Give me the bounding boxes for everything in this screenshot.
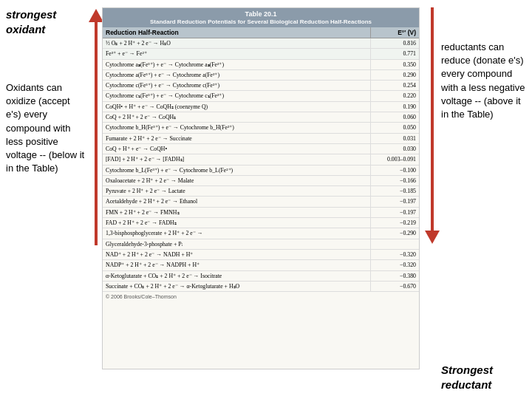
potential-cell: −0.166 [371, 176, 419, 185]
table-row: 1,3-bisphosphoglycerate + 2 H⁺ + 2 e⁻ →−… [103, 228, 419, 239]
arrow-up-line [95, 22, 98, 245]
potential-cell [371, 239, 419, 249]
reaction-cell: Succinate + CO₂ + 2 H⁺ + 2 e⁻ → α-Ketogl… [103, 282, 371, 291]
potential-cell: 0.290 [371, 70, 419, 80]
table-title: Standard Reduction Potentials for Severa… [106, 18, 415, 25]
table-row: FAD + 2 H⁺ + 2 e⁻ → FADH₂−0.219 [103, 218, 419, 228]
table-footer: © 2006 Brooks/Cole–Thomson [103, 292, 419, 301]
table-row: [FAD] + 2 H⁺ + 2 e⁻ → [FADH₂]0.003–0.091 [103, 154, 419, 165]
reaction-cell: ½ O₂ + 2 H⁺ + 2 e⁻ → H₂O [103, 38, 371, 48]
potential-cell: 0.030 [371, 144, 419, 154]
table-row: ½ O₂ + 2 H⁺ + 2 e⁻ → H₂O0.816 [103, 38, 419, 49]
potential-cell: 0.254 [371, 81, 419, 90]
col-header-reaction: Reduction Half-Reaction [103, 27, 371, 38]
table-row: FMN + 2 H⁺ + 2 e⁻ → FMNH₂−0.197 [103, 208, 419, 218]
table-header: Reduction Half-Reaction E°' (V) [103, 27, 419, 38]
arrow-down-line [431, 7, 434, 231]
table-row: CoQ + 2 H⁺ + 2 e⁻ → CoQH₂0.060 [103, 112, 419, 123]
reaction-cell: Fumarate + 2 H⁺ + 2 e⁻ → Succinate [103, 134, 371, 143]
table-title-bar: Table 20.1 Standard Reduction Potentials… [103, 8, 419, 27]
reaction-cell: Cytochrome b_L(Fe³⁺) + e⁻ → Cytochrome b… [103, 166, 371, 175]
table-row: Fe³⁺ + e⁻ → Fe²⁺0.771 [103, 49, 419, 59]
table-row: Fumarate + 2 H⁺ + 2 e⁻ → Succinate0.031 [103, 134, 419, 144]
table-row: Cytochrome b_H(Fe³⁺) + e⁻ → Cytochrome b… [103, 123, 419, 133]
reductants-description: reductants can reduce (donate e's) every… [441, 41, 526, 121]
arrow-down-head [425, 231, 440, 244]
reaction-cell: Pyruvate + 2 H⁺ + 2 e⁻ → Lactate [103, 186, 371, 196]
potential-cell: −0.185 [371, 186, 419, 196]
left-up-arrow [89, 9, 103, 245]
right-down-arrow [425, 7, 440, 244]
potential-cell: 0.050 [371, 123, 419, 132]
table-row: Succinate + CO₂ + 2 H⁺ + 2 e⁻ → α-Ketogl… [103, 282, 419, 292]
table-row: Pyruvate + 2 H⁺ + 2 e⁻ → Lactate−0.185 [103, 186, 419, 197]
reaction-cell: FAD + 2 H⁺ + 2 e⁻ → FADH₂ [103, 218, 371, 228]
potential-cell: 0.031 [371, 134, 419, 143]
reaction-cell: Cytochrome b_H(Fe³⁺) + e⁻ → Cytochrome b… [103, 123, 371, 132]
strongest-reductant-label: Strongest reductant [441, 363, 526, 392]
table-row: CoQ + H⁺ + e⁻ → CoQH•0.030 [103, 144, 419, 154]
table-row: Cytochrome b_L(Fe³⁺) + e⁻ → Cytochrome b… [103, 166, 419, 176]
reaction-cell: Fe³⁺ + e⁻ → Fe²⁺ [103, 49, 371, 58]
potential-cell: 0.350 [371, 60, 419, 69]
reaction-cell: α-Ketoglutarate + CO₂ + 2 H⁺ + 2 e⁻ → Is… [103, 271, 371, 281]
reaction-cell: FMN + 2 H⁺ + 2 e⁻ → FMNH₂ [103, 208, 371, 217]
reaction-cell: Cytochrome a₃(Fe³⁺) + e⁻ → Cytochrome a₃… [103, 60, 371, 69]
reaction-cell: 1,3-bisphosphoglycerate + 2 H⁺ + 2 e⁻ → [103, 228, 371, 238]
potential-cell: −0.197 [371, 208, 419, 217]
reaction-cell: CoQ + 2 H⁺ + 2 e⁻ → CoQH₂ [103, 112, 371, 122]
arrow-up-head [89, 9, 103, 22]
oxidants-description: Oxidants can oxidize (accept e's) every … [6, 81, 87, 175]
table-row: NAD⁺ + 2 H⁺ + 2 e⁻ → NADH + H⁺−0.320 [103, 250, 419, 260]
reaction-cell: Glyceraldehyde-3-phosphate + Pᵢ [103, 239, 371, 249]
potential-cell: −0.320 [371, 250, 419, 259]
table-row: Cytochrome c₁(Fe³⁺) + e⁻ → Cytochrome c₁… [103, 91, 419, 101]
reaction-cell: Oxaloacetate + 2 H⁺ + 2 e⁻ → Malate [103, 176, 371, 185]
table-row: Cytochrome a₃(Fe³⁺) + e⁻ → Cytochrome a₃… [103, 60, 419, 70]
potential-cell: 0.220 [371, 91, 419, 100]
strongest-oxidant-label: strongest oxidant [6, 7, 87, 36]
reaction-cell: [FAD] + 2 H⁺ + 2 e⁻ → [FADH₂] [103, 154, 371, 164]
reaction-cell: Cytochrome c₁(Fe³⁺) + e⁻ → Cytochrome c₁… [103, 91, 371, 100]
table-row: α-Ketoglutarate + CO₂ + 2 H⁺ + 2 e⁻ → Is… [103, 271, 419, 282]
col-header-potential: E°' (V) [371, 27, 419, 38]
potential-cell: 0.003–0.091 [371, 154, 419, 164]
potential-cell: −0.380 [371, 271, 419, 281]
reaction-cell: NAD⁺ + 2 H⁺ + 2 e⁻ → NADH + H⁺ [103, 250, 371, 259]
table-row: Cytochrome a(Fe³⁺) + e⁻ → Cytochrome a(F… [103, 70, 419, 81]
potential-cell: −0.670 [371, 282, 419, 291]
table-row: CoQH• + H⁺ + e⁻ → CoQH₂ (coenzyme Q)0.19… [103, 102, 419, 112]
table-row: Cytochrome c(Fe³⁺) + e⁻ → Cytochrome c(F… [103, 81, 419, 91]
reaction-cell: Cytochrome a(Fe³⁺) + e⁻ → Cytochrome a(F… [103, 70, 371, 80]
potential-cell: 0.190 [371, 102, 419, 112]
potential-cell: −0.320 [371, 260, 419, 270]
potential-cell: −0.290 [371, 228, 419, 238]
reduction-potentials-table: Table 20.1 Standard Reduction Potentials… [102, 7, 420, 369]
table-row: Oxaloacetate + 2 H⁺ + 2 e⁻ → Malate−0.16… [103, 176, 419, 186]
table-row: Glyceraldehyde-3-phosphate + Pᵢ [103, 239, 419, 250]
reaction-cell: CoQ + H⁺ + e⁻ → CoQH• [103, 144, 371, 154]
potential-cell: 0.816 [371, 38, 419, 48]
table-body: ½ O₂ + 2 H⁺ + 2 e⁻ → H₂O0.816Fe³⁺ + e⁻ →… [103, 38, 419, 292]
table-row: NADP⁺ + 2 H⁺ + 2 e⁻ → NADPH + H⁺−0.320 [103, 260, 419, 270]
potential-cell: −0.219 [371, 218, 419, 228]
table-row: Acetaldehyde + 2 H⁺ + 2 e⁻ → Ethanol−0.1… [103, 197, 419, 207]
potential-cell: 0.060 [371, 112, 419, 122]
potential-cell: −0.197 [371, 197, 419, 206]
potential-cell: 0.771 [371, 49, 419, 58]
reaction-cell: Cytochrome c(Fe³⁺) + e⁻ → Cytochrome c(F… [103, 81, 371, 90]
reaction-cell: CoQH• + H⁺ + e⁻ → CoQH₂ (coenzyme Q) [103, 102, 371, 112]
reaction-cell: NADP⁺ + 2 H⁺ + 2 e⁻ → NADPH + H⁺ [103, 260, 371, 270]
potential-cell: −0.100 [371, 166, 419, 175]
table-number: Table 20.1 [106, 10, 415, 18]
reaction-cell: Acetaldehyde + 2 H⁺ + 2 e⁻ → Ethanol [103, 197, 371, 206]
